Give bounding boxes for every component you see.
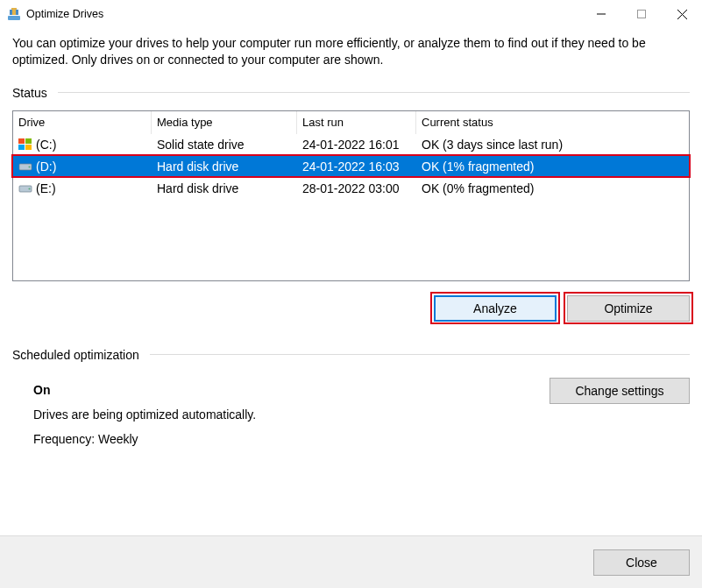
table-header: Drive Media type Last run Current status — [13, 111, 689, 134]
drive-icon — [18, 159, 32, 174]
drive-name: (E:) — [36, 181, 56, 195]
svg-rect-11 — [25, 145, 32, 150]
table-row[interactable]: (C:)Solid state drive24-01-2022 16:01OK … — [13, 134, 689, 156]
svg-rect-8 — [18, 138, 25, 144]
drive-name: (D:) — [36, 159, 56, 174]
status-section-header: Status — [12, 86, 690, 100]
drive-last: 24-01-2022 16:03 — [297, 159, 416, 174]
close-icon — [677, 10, 687, 19]
optimize-button[interactable]: Optimize — [567, 295, 690, 322]
drives-table[interactable]: Drive Media type Last run Current status… — [12, 110, 690, 281]
window-title: Optimize Drives — [26, 8, 103, 20]
col-last[interactable]: Last run — [297, 111, 416, 134]
intro-text: You can optimize your drives to help you… — [12, 35, 690, 68]
footer-bar: Close — [0, 535, 702, 588]
svg-rect-9 — [25, 138, 32, 144]
svg-rect-0 — [8, 16, 20, 20]
drive-status: OK (3 days since last run) — [416, 138, 689, 152]
col-media[interactable]: Media type — [152, 111, 297, 134]
svg-rect-10 — [18, 145, 25, 150]
divider — [150, 354, 690, 355]
close-button[interactable]: Close — [593, 549, 690, 576]
maximize-icon — [637, 10, 646, 18]
table-row[interactable]: (E:)Hard disk drive28-01-2022 03:00OK (0… — [13, 178, 689, 200]
minimize-icon — [597, 10, 606, 18]
app-icon — [7, 7, 21, 21]
scheduled-freq: Frequency: Weekly — [33, 427, 550, 451]
title-bar: Optimize Drives — [0, 0, 702, 28]
analyze-button[interactable]: Analyze — [434, 295, 557, 322]
svg-rect-2 — [10, 10, 12, 15]
status-label: Status — [12, 86, 47, 100]
svg-point-15 — [29, 188, 31, 190]
drive-status: OK (1% fragmented) — [416, 159, 689, 174]
drive-icon — [18, 181, 32, 195]
drive-name: (C:) — [36, 138, 56, 152]
divider — [58, 92, 690, 93]
col-drive[interactable]: Drive — [13, 111, 152, 134]
svg-point-13 — [29, 166, 31, 168]
minimize-button[interactable] — [581, 0, 621, 28]
scheduled-section: Scheduled optimization On Drives are bei… — [12, 348, 690, 451]
drive-icon — [18, 138, 32, 152]
table-row[interactable]: (D:)Hard disk drive24-01-2022 16:03OK (1… — [13, 156, 689, 178]
scheduled-on: On — [33, 378, 550, 402]
drive-last: 28-01-2022 03:00 — [297, 181, 416, 195]
svg-rect-5 — [638, 11, 646, 18]
scheduled-label: Scheduled optimization — [12, 348, 139, 362]
change-settings-button[interactable]: Change settings — [550, 378, 690, 404]
drive-media: Solid state drive — [152, 138, 297, 152]
maximize-button — [621, 0, 662, 28]
col-status[interactable]: Current status — [416, 111, 689, 134]
svg-rect-3 — [16, 10, 18, 15]
drive-last: 24-01-2022 16:01 — [297, 138, 416, 152]
drive-media: Hard disk drive — [152, 181, 297, 195]
drive-status: OK (0% fragmented) — [416, 181, 689, 195]
drive-media: Hard disk drive — [152, 159, 297, 174]
close-window-button[interactable] — [662, 0, 702, 28]
scheduled-auto: Drives are being optimized automatically… — [33, 402, 550, 427]
